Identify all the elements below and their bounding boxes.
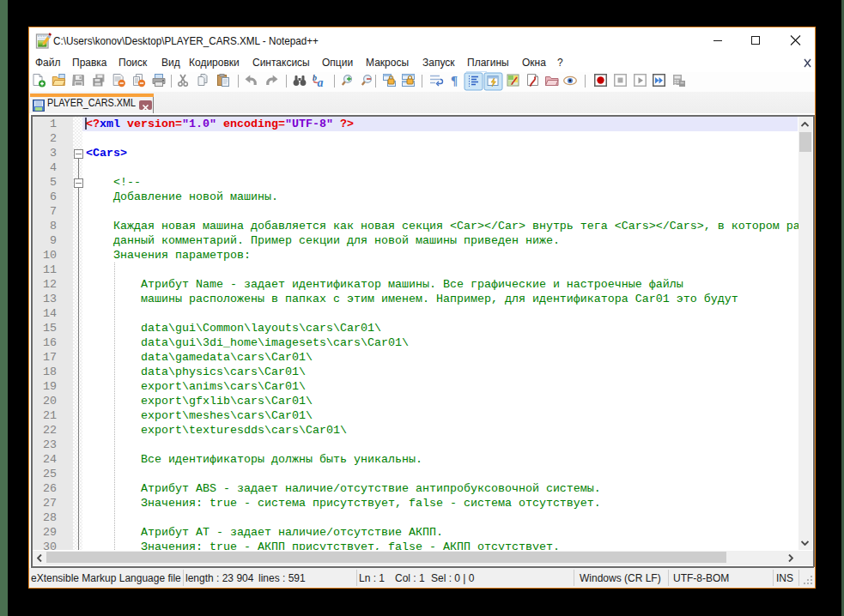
svg-text:b: b [313,73,317,82]
svg-text:¶: ¶ [451,74,458,88]
svg-text:a: a [318,76,324,89]
